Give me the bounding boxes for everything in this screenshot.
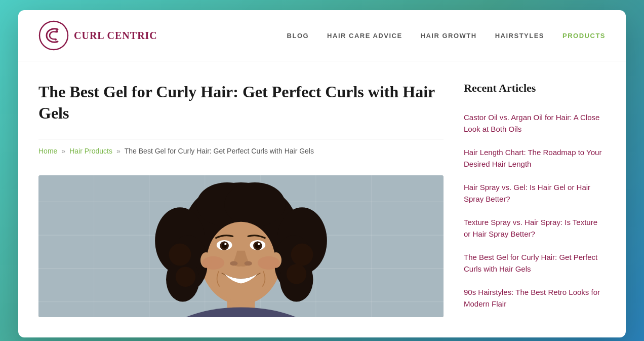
- person-svg: [38, 175, 444, 317]
- svg-point-26: [169, 244, 191, 266]
- article-area: The Best Gel for Curly Hair: Get Perfect…: [38, 82, 444, 317]
- recent-article-link-6[interactable]: 90s Hairstyles: The Best Retro Looks for…: [464, 287, 606, 310]
- recent-article-link-3[interactable]: Hair Spray vs. Gel: Is Hair Gel or Hair …: [464, 182, 606, 205]
- svg-point-37: [224, 243, 226, 245]
- recent-article-link-2[interactable]: Hair Length Chart: The Roadmap to Your D…: [464, 147, 606, 170]
- svg-point-0: [39, 21, 68, 50]
- svg-point-1: [56, 30, 58, 33]
- nav-products[interactable]: PRODUCTS: [562, 32, 606, 40]
- nav-hairstyles[interactable]: HAIRSTYLES: [495, 32, 544, 40]
- list-item: The Best Gel for Curly Hair: Get Perfect…: [464, 247, 606, 280]
- svg-point-27: [176, 267, 195, 287]
- logo-icon: [38, 20, 69, 51]
- list-item: Hair Length Chart: The Roadmap to Your D…: [464, 142, 606, 175]
- list-item: Texture Spray vs. Hair Spray: Is Texture…: [464, 212, 606, 245]
- logo-text: CURL CENTRIC: [74, 30, 157, 42]
- logo-area[interactable]: CURL CENTRIC: [38, 20, 157, 51]
- svg-point-40: [245, 261, 252, 266]
- recent-articles-heading: Recent Articles: [464, 82, 606, 95]
- recent-article-link-1[interactable]: Castor Oil vs. Argan Oil for Hair: A Clo…: [464, 112, 606, 135]
- page-container: CURL CENTRIC BLOG HAIR CARE ADVICE HAIR …: [18, 10, 626, 337]
- main-nav: BLOG HAIR CARE ADVICE HAIR GROWTH HAIRST…: [287, 32, 606, 40]
- breadcrumb-sep1: »: [61, 147, 65, 155]
- breadcrumb: Home » Hair Products » The Best Gel for …: [38, 139, 444, 165]
- breadcrumb-home[interactable]: Home: [38, 147, 57, 155]
- svg-point-38: [258, 243, 260, 245]
- svg-point-39: [230, 261, 237, 266]
- nav-blog[interactable]: BLOG: [287, 32, 309, 40]
- breadcrumb-category[interactable]: Hair Products: [69, 147, 112, 155]
- header: CURL CENTRIC BLOG HAIR CARE ADVICE HAIR …: [18, 10, 626, 61]
- svg-point-25: [224, 182, 286, 227]
- recent-article-link-4[interactable]: Texture Spray vs. Hair Spray: Is Texture…: [464, 217, 606, 240]
- face-illustration: [38, 175, 444, 317]
- nav-hair-care-advice[interactable]: HAIR CARE ADVICE: [327, 32, 402, 40]
- list-item: Hair Spray vs. Gel: Is Hair Gel or Hair …: [464, 177, 606, 210]
- list-item: 90s Hairstyles: The Best Retro Looks for…: [464, 282, 606, 315]
- article-image: [38, 175, 444, 317]
- recent-articles-list: Castor Oil vs. Argan Oil for Hair: A Clo…: [464, 107, 606, 315]
- breadcrumb-current: The Best Gel for Curly Hair: Get Perfect…: [125, 147, 314, 155]
- svg-point-2: [55, 39, 57, 41]
- svg-point-44: [258, 256, 280, 270]
- sidebar: Recent Articles Castor Oil vs. Argan Oil…: [464, 82, 606, 317]
- nav-hair-growth[interactable]: HAIR GROWTH: [421, 32, 477, 40]
- svg-point-43: [202, 256, 224, 270]
- article-title: The Best Gel for Curly Hair: Get Perfect…: [38, 82, 444, 124]
- list-item: Castor Oil vs. Argan Oil for Hair: A Clo…: [464, 107, 606, 140]
- svg-point-29: [287, 264, 306, 284]
- breadcrumb-sep2: »: [116, 147, 120, 155]
- recent-article-link-5[interactable]: The Best Gel for Curly Hair: Get Perfect…: [464, 252, 606, 275]
- main-content: The Best Gel for Curly Hair: Get Perfect…: [18, 61, 626, 337]
- svg-point-28: [291, 244, 313, 266]
